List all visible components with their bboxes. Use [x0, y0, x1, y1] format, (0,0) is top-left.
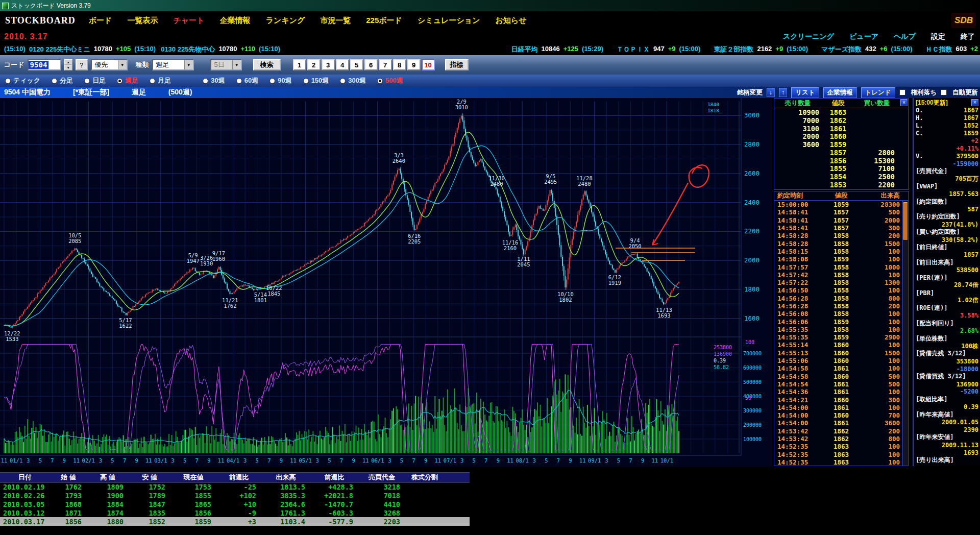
info-row: [PBR] — [916, 289, 978, 297]
info-row: 2.68% — [916, 327, 978, 335]
auto-update-checkbox[interactable] — [941, 89, 947, 95]
period-label: 500週 — [385, 76, 403, 85]
svg-text:7: 7 — [51, 457, 54, 464]
period-option-500週[interactable]: 500週 — [377, 76, 403, 85]
ask-row[interactable]: 31001861 — [774, 125, 908, 133]
search-button[interactable]: 検索 — [253, 59, 281, 70]
info-row: 1857.563 — [916, 190, 978, 198]
ask-row[interactable]: 36001859 — [774, 140, 908, 149]
bid-row[interactable]: 18572800 — [774, 149, 908, 157]
code-input[interactable]: 9504 — [28, 59, 61, 70]
table-row[interactable]: 2010.03.171856188018521859+31103.4-577.9… — [0, 517, 470, 526]
bid-row[interactable]: 18542500 — [774, 173, 908, 181]
close-icon[interactable]: × — [900, 99, 908, 106]
table-cell: 1855 — [170, 492, 216, 500]
close-icon[interactable]: × — [971, 99, 978, 106]
trade-row: 14:52:351863100 — [774, 458, 908, 466]
bid-quantity: 2800 — [855, 149, 899, 157]
info-row: 2009.11.13 — [916, 441, 978, 449]
menu-item-シミュレーション[interactable]: シミュレーション — [418, 16, 480, 26]
scrollbar-thumb[interactable] — [903, 202, 908, 240]
time-sales-scrollbar[interactable] — [902, 201, 908, 466]
candlestick-chart[interactable]: 12/22153310/520855/1716225/919473/261930… — [0, 98, 772, 467]
time-sales-rows: 15:00:0018592830014:58:41185750014:58:41… — [774, 201, 908, 466]
code-spinner[interactable]: ▲▼ — [64, 59, 72, 70]
ask-row[interactable]: 70001862 — [774, 116, 908, 125]
menu-item-チャート[interactable]: チャート — [173, 16, 204, 26]
company-info-button[interactable]: 企業情報 — [823, 87, 857, 98]
trend-button[interactable]: トレンド — [861, 87, 895, 98]
info-row: 136900 — [916, 380, 978, 388]
page-button-2[interactable]: 2 — [307, 59, 321, 70]
rights-checkbox[interactable] — [899, 89, 905, 95]
page-button-7[interactable]: 7 — [379, 59, 392, 70]
period-option-30週[interactable]: 30週 — [203, 76, 225, 85]
period-option-150週[interactable]: 150週 — [303, 76, 329, 85]
page-button-10[interactable]: 10 — [422, 59, 435, 70]
svg-text:5: 5 — [400, 457, 403, 464]
trade-volume: 100 — [859, 326, 900, 333]
chevron-down-icon: ▼ — [184, 60, 193, 69]
symbol-down-button[interactable]: ↓ — [767, 88, 775, 97]
menu-item-お知らせ[interactable]: お知らせ — [495, 16, 526, 26]
table-row[interactable]: 2010.02.261793190017891855+1023835.3+202… — [0, 491, 470, 500]
trade-volume: 100 — [859, 443, 900, 450]
period-option-60週[interactable]: 60週 — [236, 76, 258, 85]
period-option-月足[interactable]: 月足 — [150, 76, 171, 85]
page-button-1[interactable]: 1 — [293, 59, 306, 70]
menu-item-ランキング[interactable]: ランキング — [265, 16, 305, 26]
link-ヘルプ[interactable]: ヘルプ — [894, 32, 916, 41]
period-option-ティック[interactable]: ティック — [5, 76, 40, 85]
menu-item-企業情報[interactable]: 企業情報 — [219, 16, 250, 26]
trade-volume: 800 — [859, 435, 900, 443]
table-row[interactable]: 2010.02.191762180917521753-251813.5+428.… — [0, 482, 470, 491]
bid-row[interactable]: 185615300 — [774, 157, 908, 165]
indicator-button[interactable]: 指標 — [445, 59, 469, 70]
period-option-週足[interactable]: 週足 — [117, 76, 138, 85]
info-row: 100株 — [916, 343, 978, 350]
bid-row[interactable]: 18557100 — [774, 165, 908, 173]
trade-time: 14:56:50 — [774, 286, 823, 294]
svg-text:5: 5 — [39, 457, 42, 464]
ask-row[interactable]: 109001863 — [774, 108, 908, 116]
menu-item-一覧表示[interactable]: 一覧表示 — [127, 16, 158, 26]
period-option-日足[interactable]: 日足 — [84, 76, 106, 85]
help-button[interactable]: ? — [76, 59, 88, 70]
time-sales-panel: 約定時刻 値段 出来高 15:00:0018592830014:58:41185… — [774, 191, 909, 466]
type-select[interactable]: 週足 ▼ — [152, 59, 194, 70]
menu-item-市況一覧[interactable]: 市況一覧 — [320, 16, 351, 26]
priority-select[interactable]: 優先 ▼ — [91, 59, 128, 70]
chart-area[interactable]: 12/22153310/520855/1716225/919473/261930… — [0, 98, 772, 467]
link-スクリーニング[interactable]: スクリーニング — [783, 32, 834, 41]
page-button-8[interactable]: 8 — [393, 59, 406, 70]
page-button-4[interactable]: 4 — [336, 59, 349, 70]
trade-row: 14:58:081859100 — [774, 255, 908, 263]
page-button-3[interactable]: 3 — [322, 59, 335, 70]
change-symbol-label: 銘柄変更 — [737, 88, 763, 97]
menu-item-ボード[interactable]: ボード — [89, 16, 112, 26]
trade-row: 14:54:001860700 — [774, 411, 908, 419]
trade-row: 14:55:351858100 — [774, 326, 908, 333]
ask-row[interactable]: 20001860 — [774, 132, 908, 140]
bid-row[interactable]: 18532200 — [774, 181, 908, 189]
page-button-9[interactable]: 9 — [407, 59, 421, 70]
period-option-分足[interactable]: 分足 — [52, 76, 73, 85]
page-button-5[interactable]: 5 — [350, 59, 363, 70]
trade-row: 14:58:4118572000 — [774, 216, 908, 224]
table-row[interactable]: 2010.03.121871187418351856-91761.3-603.3… — [0, 508, 470, 517]
weekly-history-table: 日付始 値高 値安 値現在値前週比出来高前週比売買代金株式分割 2010.02.… — [0, 472, 470, 526]
list-button[interactable]: リスト — [791, 87, 819, 98]
table-cell: +2021.8 — [310, 492, 358, 500]
table-row[interactable]: 2010.03.051868188418471865+102364.6-1470… — [0, 500, 470, 508]
period-option-300週[interactable]: 300週 — [340, 76, 366, 85]
link-ビューア[interactable]: ビューア — [849, 32, 878, 41]
info-row: [昨年来高値] — [916, 411, 978, 419]
page-button-6[interactable]: 6 — [364, 59, 378, 70]
action-設定[interactable]: 設定 — [931, 32, 945, 41]
symbol-up-button[interactable]: ↑ — [779, 88, 787, 97]
period-option-90週[interactable]: 90週 — [270, 76, 291, 85]
info-row: O.1867 — [916, 107, 978, 114]
menu-item-225ボード[interactable]: 225ボード — [366, 16, 402, 26]
day-select[interactable]: 5日 ▼ — [210, 59, 242, 70]
action-終了[interactable]: 終了 — [961, 32, 975, 41]
